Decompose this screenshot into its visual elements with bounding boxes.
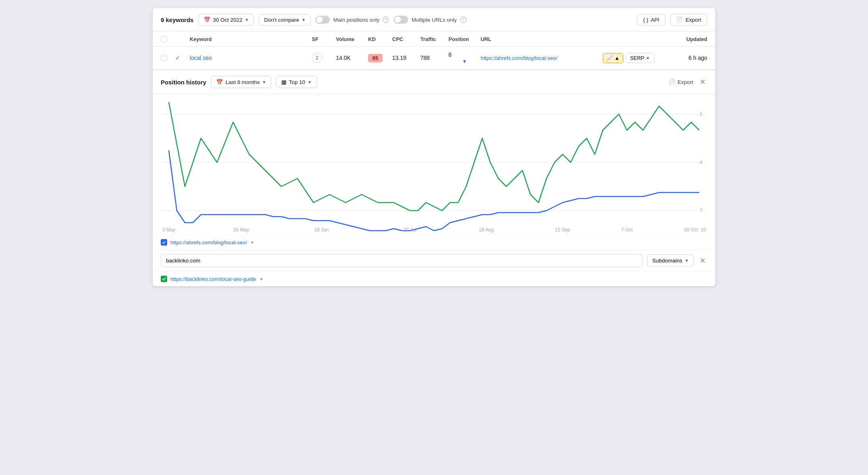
keyword-link[interactable]: local seo	[190, 55, 212, 61]
kd-col-header: KD	[368, 36, 392, 42]
serp-label: SERP	[630, 55, 644, 61]
export-button[interactable]: 📄 Export	[670, 14, 707, 26]
trend-button[interactable]: 📈 ▲	[603, 53, 623, 63]
api-label: API	[651, 17, 659, 23]
main-positions-toggle-group: Main positions only ?	[315, 16, 389, 24]
traffic-cell: 788	[420, 55, 448, 61]
chevron-down-icon: ▼	[685, 258, 689, 263]
trend-icon: 📈	[606, 55, 613, 61]
url-cell: https://ahrefs.com/blog/local-seo/	[481, 55, 603, 61]
ph-close-button[interactable]: ✕	[698, 78, 707, 86]
domain-input[interactable]	[161, 254, 643, 267]
x-label-sep12: 12 Sep	[555, 227, 570, 233]
url-link[interactable]: https://ahrefs.com/blog/local-seo/	[481, 55, 557, 61]
ph-export-button[interactable]: 📄 Export	[669, 79, 693, 85]
cpc-cell: 13.19	[392, 55, 420, 61]
api-button[interactable]: { } API	[637, 14, 665, 26]
position-col-header: Position	[448, 36, 481, 42]
position-down-arrow: ▼	[462, 59, 467, 64]
legend-chevron-icon[interactable]: ▼	[250, 240, 254, 245]
position-cell: 6 ▼	[448, 51, 481, 64]
x-label-oct7: 7 Oct	[621, 227, 633, 233]
y-label-7: 7	[700, 208, 702, 213]
kd-badge: 85	[368, 54, 383, 62]
multiple-urls-toggle[interactable]	[394, 16, 408, 24]
x-label-may3: 3 May	[162, 227, 176, 233]
backlinko-checkbox[interactable]	[161, 276, 167, 282]
export-icon-ph: 📄	[669, 79, 676, 85]
legend-row-2: https://backlinko.com/local-seo-guide ▼	[153, 271, 715, 286]
keyword-col-header: Keyword	[190, 36, 312, 42]
updated-col-header: Updated	[667, 36, 707, 42]
traffic-col-header: Traffic	[420, 36, 448, 42]
row-checkbox[interactable]	[161, 55, 175, 61]
position-history-panel: Position history 📅 Last 6 months ▼ ▦ Top…	[153, 70, 715, 286]
api-icon: { }	[643, 17, 648, 23]
y-label-4: 4	[700, 160, 702, 165]
kd-cell: 85	[368, 54, 392, 62]
period-label: Last 6 months	[225, 79, 260, 85]
ph-export-label: Export	[678, 79, 693, 85]
volume-cell: 14.0K	[336, 55, 368, 61]
multiple-urls-help-icon[interactable]: ?	[460, 16, 467, 23]
chart-area: 1 4 7 3 May 26 May 19 Jun 27 Jul 18 Aug …	[153, 94, 715, 235]
cpc-col-header: CPC	[392, 36, 420, 42]
sf-cell: 2	[312, 53, 336, 63]
compare-dropdown[interactable]: Don't compare ▼	[259, 14, 311, 26]
y-label-1: 1	[700, 111, 702, 117]
x-label-jun19: 19 Jun	[314, 227, 329, 233]
grid-icon: ▦	[281, 79, 287, 85]
date-dropdown[interactable]: 📅 30 Oct 2022 ▼	[199, 14, 254, 26]
ph-toolbar: Position history 📅 Last 6 months ▼ ▦ Top…	[153, 70, 715, 94]
ahrefs-checkbox[interactable]	[161, 239, 167, 246]
table-row: ✓ local seo 2 14.0K 85 13.19 788 6 ▼ htt…	[153, 47, 715, 70]
keywords-count: 9 keywords	[161, 16, 194, 23]
export-icon: 📄	[676, 16, 683, 23]
export-label: Export	[686, 17, 701, 23]
keyword-cell: local seo	[190, 55, 312, 61]
backlinko-url-legend[interactable]: https://backlinko.com/local-seo-guide	[170, 276, 256, 282]
subdomains-label: Subdomains	[652, 258, 682, 264]
toolbar: 9 keywords 📅 30 Oct 2022 ▼ Don't compare…	[153, 8, 715, 32]
compare-label: Don't compare	[264, 17, 299, 23]
chevron-down-icon: ▼	[308, 80, 312, 84]
url-col-header: URL	[481, 36, 603, 42]
main-positions-help-icon[interactable]: ?	[383, 16, 389, 23]
chevron-down-icon: ▼	[302, 18, 306, 22]
updated-cell: 6 h ago	[667, 55, 707, 61]
x-label-10: 10	[700, 227, 706, 233]
chevron-down-icon: ▼	[245, 18, 249, 22]
x-label-jul27: 27 Jul	[403, 227, 416, 233]
domain-input-row: Subdomains ▼ ✕	[153, 250, 715, 271]
row-check-mark: ✓	[175, 55, 190, 61]
main-positions-label: Main positions only	[333, 17, 379, 23]
calendar-icon-ph: 📅	[216, 79, 223, 85]
main-container: 9 keywords 📅 30 Oct 2022 ▼ Don't compare…	[153, 8, 715, 286]
serp-button[interactable]: SERP ▼	[626, 53, 654, 63]
position-chart: 1 4 7 3 May 26 May 19 Jun 27 Jul 18 Aug …	[161, 98, 707, 235]
trend-up-icon: ▲	[614, 55, 620, 61]
remove-domain-button[interactable]: ✕	[698, 256, 707, 265]
sf-badge: 2	[312, 53, 322, 63]
period-dropdown[interactable]: 📅 Last 6 months ▼	[211, 76, 271, 88]
sf-col-header: SF	[312, 36, 336, 42]
ph-title: Position history	[161, 79, 206, 86]
date-label: 30 Oct 2022	[213, 17, 243, 23]
chevron-down-icon: ▼	[262, 80, 266, 84]
multiple-urls-toggle-group: Multiple URLs only ?	[394, 16, 467, 24]
ahrefs-url-legend[interactable]: https://ahrefs.com/blog/local-seo/	[170, 240, 247, 246]
select-all-checkbox[interactable]	[161, 36, 175, 42]
x-label-aug18: 18 Aug	[479, 227, 493, 233]
table-header: Keyword SF Volume KD CPC Traffic Positio…	[153, 32, 715, 47]
multiple-urls-label: Multiple URLs only	[411, 17, 457, 23]
volume-col-header: Volume	[336, 36, 368, 42]
x-label-may26: 26 May	[233, 227, 249, 233]
top-dropdown[interactable]: ▦ Top 10 ▼	[276, 76, 317, 88]
main-positions-toggle[interactable]	[315, 16, 330, 24]
legend-chevron-icon-2[interactable]: ▼	[259, 277, 263, 281]
legend-row-1: https://ahrefs.com/blog/local-seo/ ▼	[153, 235, 715, 250]
green-line	[169, 102, 699, 211]
subdomains-button[interactable]: Subdomains ▼	[647, 254, 694, 267]
chevron-down-icon: ▼	[646, 56, 650, 60]
action-buttons: 📈 ▲ SERP ▼	[603, 53, 667, 63]
